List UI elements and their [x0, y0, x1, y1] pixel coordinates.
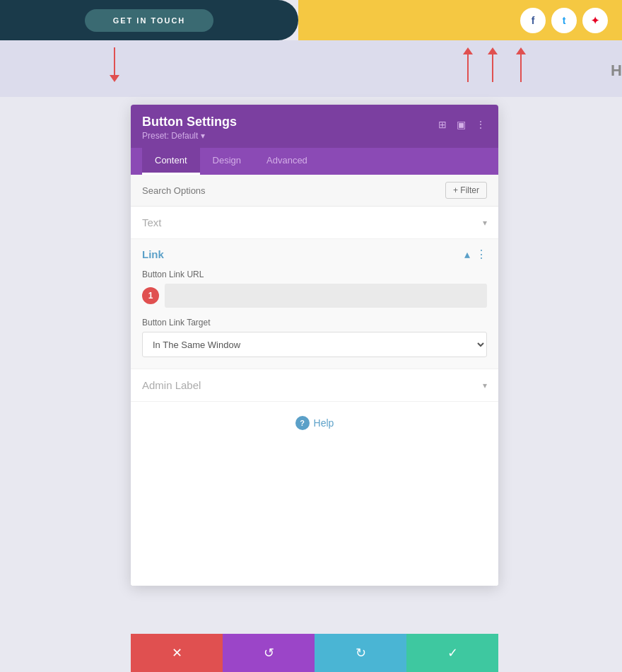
panel-tabs: Content Design Advanced: [131, 148, 498, 175]
panel-preset[interactable]: Preset: Default ▾: [142, 131, 237, 141]
admin-section-row[interactable]: Admin Label ▾: [131, 369, 498, 402]
search-input[interactable]: [142, 185, 445, 196]
panel-body: Text ▾ Link ▴ ⋮ Button Link URL 1 Button…: [131, 207, 498, 586]
tab-content[interactable]: Content: [142, 148, 200, 175]
h-label: H: [611, 62, 622, 80]
arrow-indicator-2: [463, 47, 473, 82]
top-bar-left: GET IN TOUCH: [0, 0, 298, 40]
save-button[interactable]: ✓: [406, 634, 498, 672]
url-input[interactable]: [165, 284, 487, 308]
undo-button[interactable]: ↺: [223, 634, 315, 672]
text-section-label: Text: [142, 216, 162, 228]
tab-design[interactable]: Design: [200, 148, 254, 175]
layout-icon[interactable]: ▣: [455, 117, 467, 132]
more-options-icon[interactable]: ⋮: [474, 117, 487, 132]
link-target-select[interactable]: In The Same Window In A New Window: [142, 332, 487, 357]
arrow-indicator-1: [110, 47, 119, 82]
help-row[interactable]: ? Help: [131, 402, 498, 444]
bottom-action-bar: ✕ ↺ ↻ ✓: [131, 634, 498, 672]
admin-chevron-icon: ▾: [483, 381, 487, 390]
search-bar: + Filter: [131, 175, 498, 207]
arrow-head: [110, 75, 119, 82]
facebook-icon[interactable]: f: [520, 8, 546, 33]
top-bar-right: f t ✦: [298, 0, 622, 40]
arrow-bar: H: [0, 40, 622, 97]
arrow-line: [492, 54, 493, 82]
redo-button[interactable]: ↻: [315, 634, 406, 672]
arrow-indicator-4: [516, 47, 526, 82]
arrow-line: [114, 47, 115, 76]
panel-title-area: Button Settings Preset: Default ▾: [142, 115, 237, 141]
link-section-label: Link: [142, 248, 164, 260]
panel-title: Button Settings: [142, 115, 237, 129]
url-input-row: 1: [142, 284, 487, 308]
help-label: Help: [314, 417, 334, 429]
get-in-touch-button[interactable]: GET IN TOUCH: [85, 9, 214, 32]
tab-advanced[interactable]: Advanced: [254, 148, 320, 175]
panel-icons: ⊞ ▣ ⋮: [437, 117, 487, 132]
text-chevron-icon: ▾: [483, 218, 487, 228]
link-chevron-up-icon[interactable]: ▴: [464, 248, 470, 261]
panel-header: Button Settings Preset: Default ▾ ⊞ ▣ ⋮: [131, 105, 498, 148]
top-bar: GET IN TOUCH f t ✦: [0, 0, 622, 40]
target-label: Button Link Target: [142, 318, 487, 328]
filter-button[interactable]: + Filter: [445, 182, 487, 199]
text-section-row[interactable]: Text ▾: [131, 207, 498, 239]
link-header-icons: ▴ ⋮: [464, 248, 487, 261]
badge-number-1: 1: [142, 287, 159, 304]
admin-section-label: Admin Label: [142, 379, 201, 391]
help-icon: ?: [295, 416, 310, 430]
link-section-header[interactable]: Link ▴ ⋮: [131, 239, 498, 261]
pinterest-icon[interactable]: ✦: [582, 8, 608, 33]
arrow-indicator-3: [488, 47, 498, 82]
url-field-label: Button Link URL: [142, 270, 487, 279]
button-settings-panel: Button Settings Preset: Default ▾ ⊞ ▣ ⋮ …: [131, 105, 498, 586]
panel-spacer: [131, 444, 498, 586]
fullscreen-icon[interactable]: ⊞: [437, 117, 448, 132]
arrow-line: [520, 54, 522, 82]
cancel-button[interactable]: ✕: [131, 634, 223, 672]
link-section-body: Button Link URL 1 Button Link Target In …: [131, 261, 498, 369]
twitter-icon[interactable]: t: [551, 8, 577, 33]
arrow-line: [467, 54, 469, 82]
link-more-icon[interactable]: ⋮: [476, 248, 487, 261]
